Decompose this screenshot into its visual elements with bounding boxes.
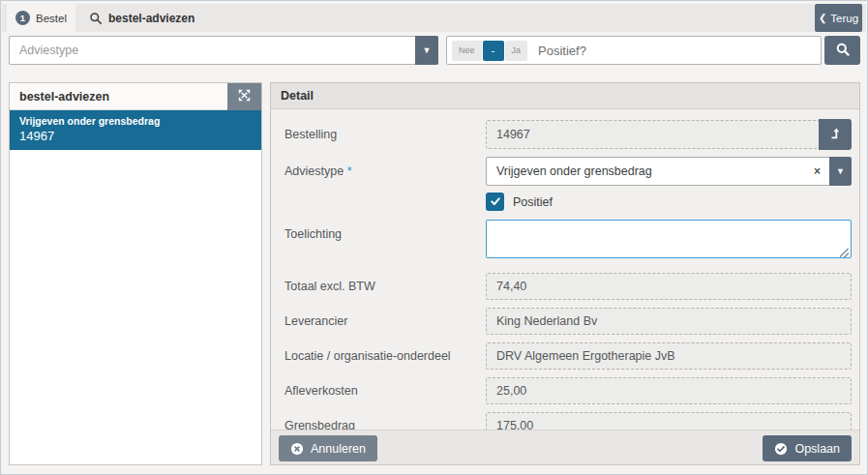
list-item-title: Vrijgeven onder grensbedrag <box>19 115 252 129</box>
positief-filter-box: Nee - Ja Positief? <box>446 36 822 65</box>
list-item[interactable]: Vrijgeven onder grensbedrag 14967 <box>10 110 261 150</box>
top-bar: 1 Bestel bestel-adviezen ❮ Terug <box>2 4 866 32</box>
form-row-positief: Positief <box>284 193 852 211</box>
back-button-label: Terug <box>830 13 858 24</box>
breadcrumb-label: bestel-adviezen <box>108 12 195 25</box>
positief-checkbox-label: Positief <box>513 195 553 209</box>
expand-arrows-icon <box>238 89 251 104</box>
level-up-arrow-icon <box>828 127 842 143</box>
required-asterisk: * <box>347 164 352 178</box>
list-panel-header: bestel-adviezen <box>10 83 261 110</box>
form-row-toelichting: Toelichting <box>284 220 852 262</box>
detail-form: Bestelling Adviestype * <box>271 109 859 439</box>
cancel-button[interactable]: Annuleren <box>279 435 377 461</box>
totaal-input <box>486 273 852 300</box>
detail-panel-header: Detail <box>271 83 859 109</box>
adviestype-filter-combo: ▼ <box>9 36 438 65</box>
open-bestelling-button[interactable] <box>819 119 852 150</box>
back-button[interactable]: ❮ Terug <box>815 4 862 32</box>
breadcrumb[interactable]: bestel-adviezen <box>89 4 195 32</box>
list-item-subtitle: 14967 <box>19 129 252 144</box>
leverancier-label: Leverancier <box>284 314 486 328</box>
adviestype-select[interactable]: Vrijgeven onder grensbedrag × ▼ <box>486 157 852 186</box>
toelichting-label: Toelichting <box>284 220 486 241</box>
clear-icon[interactable]: × <box>814 158 821 185</box>
detail-panel-title: Detail <box>271 89 314 103</box>
filter-bar: ▼ Nee - Ja Positief? <box>1 36 867 65</box>
form-row-locatie: Locatie / organisatie-onderdeel <box>284 342 852 370</box>
form-row-bestelling: Bestelling <box>284 120 852 150</box>
tab-bestel[interactable]: 1 Bestel <box>7 4 75 32</box>
bestelling-label: Bestelling <box>284 120 486 141</box>
adviestype-filter-input[interactable] <box>10 37 415 64</box>
save-button[interactable]: Opslaan <box>763 435 852 461</box>
totaal-label: Totaal excl. BTW <box>284 280 486 293</box>
tab-label: Bestel <box>36 13 67 24</box>
save-button-label: Opslaan <box>794 442 840 456</box>
detail-panel: Detail Bestelling <box>270 82 860 465</box>
positief-checkbox[interactable] <box>486 193 504 211</box>
toggle-option-nee[interactable]: Nee <box>452 41 482 61</box>
check-icon <box>490 193 501 211</box>
form-row-afleverkosten: Afleverkosten <box>284 377 852 404</box>
bestelling-input <box>486 120 820 149</box>
chevron-down-icon: ▼ <box>836 167 845 176</box>
locatie-label: Locatie / organisatie-onderdeel <box>284 349 486 363</box>
list-panel-title: bestel-adviezen <box>10 90 109 104</box>
toelichting-textarea[interactable] <box>486 220 852 258</box>
tab-number-badge: 1 <box>15 11 30 25</box>
cancel-button-label: Annuleren <box>311 442 366 456</box>
search-icon <box>89 12 103 25</box>
form-row-totaal: Totaal excl. BTW <box>284 273 852 300</box>
chevron-left-icon: ❮ <box>819 14 826 23</box>
form-row-adviestype: Adviestype * Vrijgeven onder grensbedrag… <box>284 157 852 186</box>
circle-x-icon <box>290 442 304 456</box>
positief-question-label: Positief? <box>538 44 586 58</box>
chevron-down-icon: ▼ <box>423 46 432 55</box>
adviestype-selected-value: Vrijgeven onder grensbedrag <box>496 158 652 185</box>
search-icon <box>835 42 851 60</box>
toggle-option-ja[interactable]: Ja <box>505 41 528 61</box>
expand-panel-button[interactable] <box>227 83 261 110</box>
adviestype-dropdown-button[interactable]: ▼ <box>829 157 852 186</box>
circle-check-icon <box>774 442 788 456</box>
adviestype-filter-dropdown-button[interactable]: ▼ <box>415 36 438 65</box>
search-button[interactable] <box>824 36 860 65</box>
bestel-adviezen-panel: bestel-adviezen Vrijgeven onder grensbed… <box>9 82 262 465</box>
leverancier-input <box>486 308 852 335</box>
form-row-leverancier: Leverancier <box>284 308 852 335</box>
toggle-option-neutral[interactable]: - <box>483 41 504 61</box>
locatie-input <box>486 342 852 370</box>
detail-footer: Annuleren Opslaan <box>271 430 859 464</box>
afleverkosten-input <box>486 377 852 404</box>
app-window: 1 Bestel bestel-adviezen ❮ Terug ▼ Ne <box>0 0 868 475</box>
adviestype-label: Adviestype * <box>284 164 486 178</box>
afleverkosten-label: Afleverkosten <box>284 384 486 398</box>
